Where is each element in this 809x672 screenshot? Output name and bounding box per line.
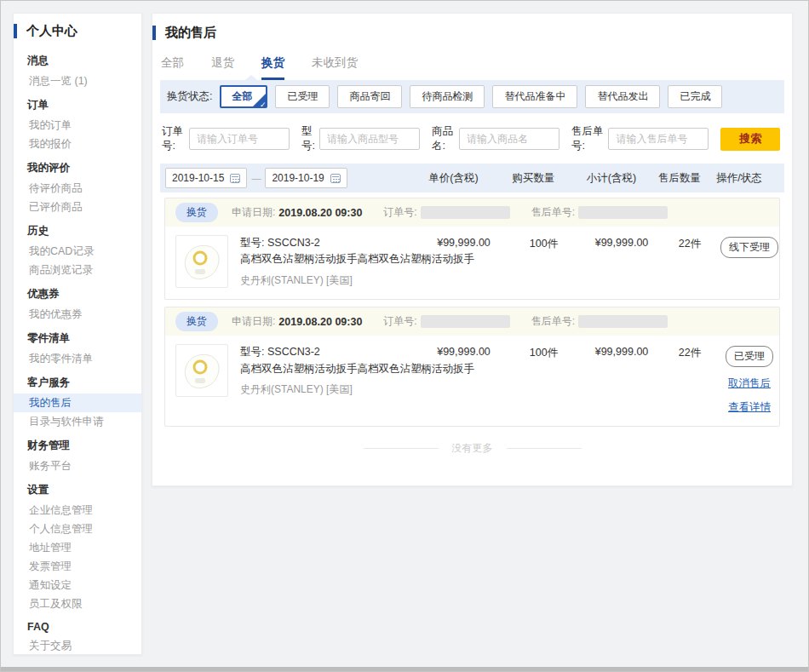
order-card: 换货 申请日期: 2019.08.20 09:30 订单号: 售后单号: xyxy=(164,198,780,300)
calendar-icon[interactable] xyxy=(230,174,240,183)
sidebar-item-staff-permissions[interactable]: 员工及权限 xyxy=(14,594,141,613)
service-number-group: 售后单号: xyxy=(531,205,668,220)
service-quantity-value: 22件 xyxy=(660,235,720,251)
sidebar-item-my-quotes[interactable]: 我的报价 xyxy=(14,135,141,153)
unit-price-value: ¥99,999.00 xyxy=(423,344,504,358)
sidebar-item-reviewed[interactable]: 已评价商品 xyxy=(14,198,141,216)
no-more-text: 没有更多 xyxy=(452,441,493,456)
product-brand: 史丹利(STANLEY) [美国] xyxy=(240,382,418,398)
model-label: 型号: xyxy=(301,124,315,153)
sidebar-item-notification-settings[interactable]: 通知设定 xyxy=(14,576,141,594)
sidebar-item-pending-review[interactable]: 待评价商品 xyxy=(14,179,141,198)
divider-line xyxy=(364,448,439,449)
service-number-label: 售后单号: xyxy=(571,124,604,153)
list-header-row: 2019-10-15 — 2019-10-19 单价(含税) 购买数量 小计(含… xyxy=(160,164,784,192)
sidebar-item-my-orders[interactable]: 我的订单 xyxy=(14,116,141,135)
column-header-service-quantity: 售后数量 xyxy=(650,171,709,186)
sidebar-item-finance-platform[interactable]: 账务平台 xyxy=(14,457,141,475)
status-badge: 已受理 xyxy=(726,346,773,367)
sidebar-item-address-management[interactable]: 地址管理 xyxy=(14,538,141,557)
sidebar-item-personal-info[interactable]: 个人信息管理 xyxy=(14,520,141,538)
sidebar-item-my-aftersales[interactable]: 我的售后 xyxy=(14,393,141,412)
service-number-input[interactable] xyxy=(608,128,709,150)
product-brand: 史丹利(STANLEY) [美国] xyxy=(240,273,418,289)
sidebar-item-about-trading[interactable]: 关于交易 xyxy=(14,636,141,655)
view-details-link[interactable]: 查看详情 xyxy=(720,400,779,415)
date-from-value: 2019-10-15 xyxy=(172,172,224,184)
order-type-badge: 换货 xyxy=(175,312,218,331)
product-name: 高档双色沾塑柄活动扳手高档双色沾塑柄活动扳手 xyxy=(240,361,418,377)
order-card-header: 换货 申请日期: 2019.08.20 09:30 订单号: 售后单号: xyxy=(165,307,779,336)
sidebar-item-my-coupons[interactable]: 我的优惠券 xyxy=(14,305,141,324)
sidebar-item-company-info[interactable]: 企业信息管理 xyxy=(14,501,141,520)
filter-option-item-returned[interactable]: 商品寄回 xyxy=(337,85,402,108)
service-number-redacted xyxy=(578,315,668,328)
calendar-icon[interactable] xyxy=(330,174,341,183)
subtotal-value: ¥99,999.00 xyxy=(583,235,660,249)
filter-option-all[interactable]: 全部 xyxy=(220,85,267,108)
order-card-body: 型号: SSCCN3-2 高档双色沾塑柄活动扳手高档双色沾塑柄活动扳手 史丹利(… xyxy=(165,227,779,299)
sidebar-item-message-list[interactable]: 消息一览 (1) xyxy=(14,72,141,90)
sidebar-section-customer-service: 客户服务 xyxy=(14,368,141,393)
service-number-redacted xyxy=(578,206,668,219)
sidebar-section-settings: 设置 xyxy=(14,475,141,501)
order-number-field-group: 订单号: xyxy=(162,124,290,153)
order-number-redacted xyxy=(421,206,510,219)
filter-option-accepted[interactable]: 已受理 xyxy=(275,85,330,108)
sidebar-item-my-parts-list[interactable]: 我的零件清单 xyxy=(14,349,141,368)
sidebar-item-invoice-management[interactable]: 发票管理 xyxy=(14,557,141,576)
page-title: 我的售后 xyxy=(152,14,792,41)
page-title-text: 我的售后 xyxy=(165,25,216,41)
order-type-badge: 换货 xyxy=(175,203,218,222)
date-range-picker: 2019-10-15 — 2019-10-19 xyxy=(160,168,413,188)
product-name: 高档双色沾塑柄活动扳手高档双色沾塑柄活动扳手 xyxy=(240,251,418,267)
tab-returns[interactable]: 退货 xyxy=(211,55,234,80)
quantity-value: 100件 xyxy=(504,235,583,251)
order-number-input[interactable] xyxy=(189,128,290,150)
apply-date-group: 申请日期: 2019.08.20 09:30 xyxy=(232,314,362,329)
subtotal-value: ¥99,999.00 xyxy=(583,344,660,358)
operation-status-cell: 已受理 取消售后 查看详情 xyxy=(720,344,779,415)
order-number-redacted xyxy=(421,315,510,328)
tab-all[interactable]: 全部 xyxy=(161,55,184,80)
column-header-quantity: 购买数量 xyxy=(494,171,573,186)
filter-option-replacement-shipped[interactable]: 替代品发出 xyxy=(585,85,660,108)
unit-price-value: ¥99,999.00 xyxy=(423,235,504,249)
sidebar-item-cad-history[interactable]: 我的CAD记录 xyxy=(14,242,141,261)
date-to-input[interactable]: 2019-10-19 xyxy=(265,168,347,188)
product-name-label: 商品名: xyxy=(432,124,455,153)
sidebar-section-orders: 订单 xyxy=(14,90,141,116)
sidebar: 个人中心 消息 消息一览 (1) 订单 我的订单 我的报价 我的评价 待评价商品… xyxy=(13,13,142,655)
product-info: 型号: SSCCN3-2 高档双色沾塑柄活动扳手高档双色沾塑柄活动扳手 史丹利(… xyxy=(228,235,423,288)
sidebar-section-faq: FAQ xyxy=(14,613,141,636)
search-button[interactable]: 搜索 xyxy=(720,128,780,151)
order-card: 换货 申请日期: 2019.08.20 09:30 订单号: 售后单号: xyxy=(164,307,780,427)
cancel-aftersales-link[interactable]: 取消售后 xyxy=(720,376,779,391)
sidebar-item-browse-history[interactable]: 商品浏览记录 xyxy=(14,261,141,279)
product-model: 型号: SSCCN3-2 xyxy=(240,235,418,251)
column-header-operation-status: 操作/状态 xyxy=(709,171,769,186)
date-to-value: 2019-10-19 xyxy=(272,172,324,184)
sidebar-section-parts-list: 零件清单 xyxy=(14,324,141,349)
quantity-value: 100件 xyxy=(504,344,583,360)
filter-option-completed[interactable]: 已完成 xyxy=(668,85,722,108)
tab-not-received[interactable]: 未收到货 xyxy=(312,55,358,80)
divider-line xyxy=(507,448,582,449)
filter-option-replacement-preparing[interactable]: 替代品准备中 xyxy=(492,85,577,108)
sidebar-item-catalog-software-request[interactable]: 目录与软件申请 xyxy=(14,412,141,431)
sidebar-title: 个人中心 xyxy=(14,14,141,46)
product-name-field-group: 商品名: xyxy=(432,124,559,153)
product-info: 型号: SSCCN3-2 高档双色沾塑柄活动扳手高档双色沾塑柄活动扳手 史丹利(… xyxy=(228,344,423,397)
mask-product-illustration xyxy=(179,347,225,393)
date-from-input[interactable]: 2019-10-15 xyxy=(165,168,247,188)
tab-exchange[interactable]: 换货 xyxy=(261,55,284,80)
filter-option-pending-inspection[interactable]: 待商品检测 xyxy=(410,85,485,108)
product-name-input[interactable] xyxy=(459,128,559,150)
apply-date-value: 2019.08.20 09:30 xyxy=(278,207,362,219)
order-card-body: 型号: SSCCN3-2 高档双色沾塑柄活动扳手高档双色沾塑柄活动扳手 史丹利(… xyxy=(165,336,779,426)
order-number-group: 订单号: xyxy=(383,205,509,220)
product-image xyxy=(175,344,228,397)
model-input[interactable] xyxy=(319,128,420,150)
column-header-subtotal: 小计(含税) xyxy=(573,171,650,186)
sidebar-section-reviews: 我的评价 xyxy=(14,153,141,179)
